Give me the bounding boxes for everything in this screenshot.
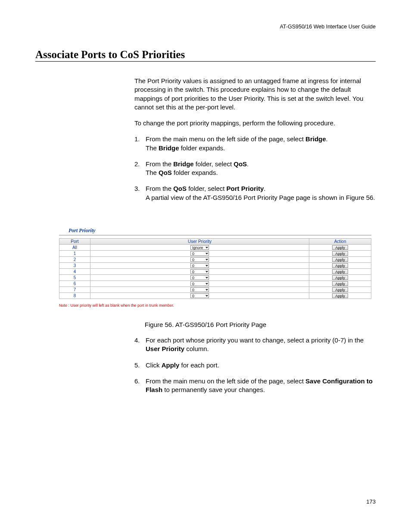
text-bold: Bridge (159, 144, 179, 152)
step-text: From the QoS folder, select Port Priorit… (146, 184, 376, 202)
caret-down-icon (206, 247, 208, 249)
priority-dropdown[interactable]: 0 (190, 287, 209, 292)
table-row: 50Apply (59, 275, 371, 281)
text-run: for each port. (179, 361, 219, 369)
priority-cell: 0 (90, 281, 309, 287)
port-cell: 3 (59, 263, 90, 269)
dropdown-value: 0 (192, 276, 204, 280)
apply-button[interactable]: Apply (332, 269, 348, 274)
caret-down-icon (206, 265, 208, 267)
step-5: 5. Click Apply for each port. (134, 361, 376, 370)
port-cell: 4 (59, 269, 90, 275)
dropdown-value: 0 (192, 252, 204, 256)
priority-cell: 0 (90, 269, 309, 275)
table-row: 40Apply (59, 269, 371, 275)
col-header-action: Action (309, 239, 371, 245)
text-run: folder expands. (179, 144, 225, 152)
page-number: 173 (366, 498, 376, 505)
apply-button[interactable]: Apply (332, 281, 348, 286)
priority-dropdown[interactable]: 0 (190, 293, 209, 298)
text-bold: Apply (162, 361, 180, 369)
caret-down-icon (206, 295, 208, 297)
text-bold: Port Priority (227, 185, 264, 192)
port-cell: 2 (59, 257, 90, 263)
priority-dropdown[interactable]: 0 (190, 251, 209, 256)
step-number: 3. (134, 184, 146, 202)
intro-paragraph-2: To change the port priority mappings, pe… (134, 119, 376, 128)
step-number: 2. (134, 160, 146, 177)
action-cell: Apply (309, 263, 371, 269)
table-row: 70Apply (59, 287, 371, 293)
step-number: 4. (134, 336, 146, 354)
figure-port-priority: Port Priority Port User Priority Action … (59, 227, 371, 308)
table-header-row: Port User Priority Action (59, 239, 371, 245)
step-6: 6. From the main menu on the left side o… (134, 377, 376, 395)
caret-down-icon (206, 271, 208, 273)
dropdown-value: 0 (192, 294, 204, 298)
text-run: The (146, 144, 159, 152)
action-cell: Apply (309, 293, 371, 299)
caret-down-icon (206, 277, 208, 279)
apply-button[interactable]: Apply (332, 275, 348, 280)
priority-cell: 0 (90, 263, 309, 269)
text-run: column. (184, 345, 209, 352)
priority-dropdown[interactable]: 0 (190, 281, 209, 286)
caret-down-icon (206, 253, 208, 255)
dropdown-value: 0 (192, 264, 204, 268)
port-cell: 1 (59, 251, 90, 257)
port-priority-table: Port User Priority Action AllIgnoreApply… (59, 238, 371, 299)
priority-cell: 0 (90, 257, 309, 263)
priority-cell: 0 (90, 251, 309, 257)
text-run: . (247, 160, 249, 168)
step-number: 5. (134, 361, 146, 370)
text-run: . (264, 185, 265, 192)
text-run: folder, select (194, 160, 234, 168)
action-cell: Apply (309, 287, 371, 293)
dropdown-value: 0 (192, 270, 204, 274)
table-row: 80Apply (59, 293, 371, 299)
priority-dropdown[interactable]: 0 (190, 269, 209, 274)
dropdown-value: Ignore (192, 246, 204, 250)
step-1: 1. From the main menu on the left side o… (134, 135, 376, 152)
apply-button[interactable]: Apply (332, 257, 348, 262)
panel-divider (59, 235, 371, 236)
action-cell: Apply (309, 269, 371, 275)
action-cell: Apply (309, 281, 371, 287)
step-text: From the Bridge folder, select QoS. The … (146, 160, 376, 177)
step-number: 6. (134, 377, 146, 395)
text-bold: User Priority (146, 345, 184, 352)
dropdown-value: 0 (192, 258, 204, 262)
caret-down-icon (206, 283, 208, 285)
figure-caption: Figure 56. AT-GS950/16 Port Priority Pag… (0, 321, 411, 328)
body-content-lower: 4. For each port whose priority you want… (134, 336, 376, 401)
port-cell: 7 (59, 287, 90, 293)
action-cell: Apply (309, 245, 371, 251)
caret-down-icon (206, 259, 208, 261)
priority-cell: 0 (90, 275, 309, 281)
text-run: folder, select (187, 185, 227, 192)
table-row: 10Apply (59, 251, 371, 257)
text-bold: Bridge (173, 160, 194, 168)
text-run: Click (146, 361, 162, 369)
panel-title: Port Priority (59, 227, 371, 234)
priority-dropdown[interactable]: 0 (190, 263, 209, 268)
header-guide-title: AT-GS950/16 Web Interface User Guide (280, 24, 376, 30)
apply-button[interactable]: Apply (332, 263, 348, 268)
body-content-upper: The Port Priority values is assigned to … (134, 77, 376, 209)
title-divider (35, 61, 376, 62)
step-text: From the main menu on the left side of t… (146, 377, 376, 395)
step-number: 1. (134, 135, 146, 152)
priority-cell: Ignore (90, 245, 309, 251)
caret-down-icon (206, 289, 208, 291)
priority-dropdown[interactable]: 0 (190, 257, 209, 262)
apply-button[interactable]: Apply (332, 245, 348, 250)
apply-button[interactable]: Apply (332, 287, 348, 292)
port-cell: 5 (59, 275, 90, 281)
step-3: 3. From the QoS folder, select Port Prio… (134, 184, 376, 202)
text-run: From the (146, 160, 173, 168)
apply-button[interactable]: Apply (332, 251, 348, 256)
step-4: 4. For each port whose priority you want… (134, 336, 376, 354)
priority-dropdown[interactable]: 0 (190, 275, 209, 280)
priority-dropdown[interactable]: Ignore (190, 245, 209, 250)
apply-button[interactable]: Apply (332, 293, 348, 298)
